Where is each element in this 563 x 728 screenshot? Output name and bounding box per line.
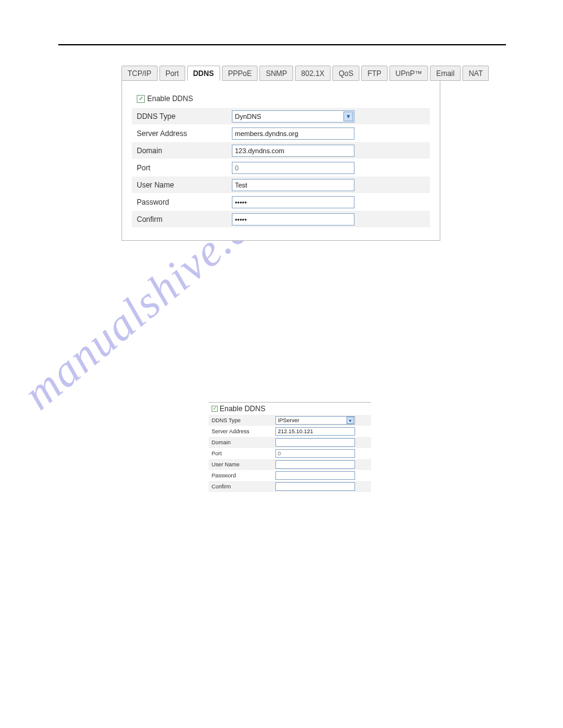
input-password-sm[interactable] — [275, 471, 355, 480]
row-user-name: User Name — [132, 176, 430, 193]
input-user-name-sm[interactable] — [275, 460, 355, 469]
label-ddns-type-sm: DDNS Type — [212, 417, 275, 423]
label-port: Port — [137, 164, 232, 172]
select-ddns-type-value: DynDNS — [235, 113, 261, 120]
tab-upnp[interactable]: UPnP™ — [389, 66, 428, 81]
input-confirm-sm[interactable] — [275, 482, 355, 491]
tab-snmp[interactable]: SNMP — [259, 66, 293, 81]
tab-ddns[interactable]: DDNS — [187, 66, 220, 81]
ddns-panel-top: TCP/IP Port DDNS PPPoE SNMP 802.1X QoS F… — [121, 66, 440, 241]
label-port-sm: Port — [212, 450, 275, 457]
label-ddns-type: DDNS Type — [137, 112, 232, 121]
row-password: Password — [132, 194, 430, 210]
label-user-name-sm: User Name — [212, 461, 275, 468]
enable-ddns-label: Enable DDNS — [147, 94, 193, 103]
row-port-sm: Port — [209, 448, 371, 459]
label-server-address-sm: Server Address — [212, 428, 275, 434]
select-ddns-type-sm[interactable]: IPServer ▼ — [275, 416, 355, 425]
tab-content: ✓ Enable DDNS DDNS Type DynDNS ▼ Server … — [121, 80, 440, 241]
row-server-address-sm: Server Address — [209, 426, 371, 437]
input-confirm[interactable] — [232, 213, 354, 226]
input-domain[interactable] — [232, 145, 354, 157]
input-user-name[interactable] — [232, 179, 354, 191]
select-ddns-type-value-sm: IPServer — [278, 417, 299, 423]
label-user-name: User Name — [137, 181, 232, 189]
enable-ddns-row-sm: ✓ Enable DDNS — [212, 404, 371, 413]
row-password-sm: Password — [209, 470, 371, 481]
label-server-address: Server Address — [137, 129, 232, 138]
tab-nat[interactable]: NAT — [462, 66, 489, 81]
row-server-address: Server Address — [132, 125, 430, 142]
row-ddns-type: DDNS Type DynDNS ▼ — [132, 108, 430, 124]
label-domain: Domain — [137, 146, 232, 155]
row-confirm-sm: Confirm — [209, 481, 371, 492]
label-confirm: Confirm — [137, 215, 232, 224]
label-password-sm: Password — [212, 472, 275, 479]
tab-tcpip[interactable]: TCP/IP — [121, 66, 158, 81]
row-confirm: Confirm — [132, 211, 430, 227]
row-domain: Domain — [132, 142, 430, 159]
input-server-address[interactable] — [232, 127, 354, 140]
select-ddns-type[interactable]: DynDNS ▼ — [232, 110, 354, 123]
tab-qos[interactable]: QoS — [332, 66, 359, 81]
row-ddns-type-sm: DDNS Type IPServer ▼ — [209, 415, 371, 426]
row-user-name-sm: User Name — [209, 459, 371, 470]
input-port[interactable] — [232, 162, 354, 174]
enable-ddns-checkbox-sm[interactable]: ✓ — [212, 406, 218, 412]
tab-ftp[interactable]: FTP — [361, 66, 388, 81]
ddns-panel-bottom: ✓ Enable DDNS DDNS Type IPServer ▼ Serve… — [209, 402, 371, 492]
label-confirm-sm: Confirm — [212, 483, 275, 490]
tab-pppoe[interactable]: PPPoE — [222, 66, 258, 81]
tab-bar: TCP/IP Port DDNS PPPoE SNMP 802.1X QoS F… — [121, 66, 440, 81]
tab-email[interactable]: Email — [430, 66, 461, 81]
enable-ddns-label-sm: Enable DDNS — [220, 404, 266, 413]
tab-8021x[interactable]: 802.1X — [295, 66, 331, 81]
chevron-down-icon: ▼ — [347, 417, 354, 424]
enable-ddns-checkbox[interactable]: ✓ — [137, 95, 145, 103]
enable-ddns-row: ✓ Enable DDNS — [137, 94, 430, 103]
tab-port[interactable]: Port — [159, 66, 185, 81]
row-domain-sm: Domain — [209, 437, 371, 448]
row-port: Port — [132, 159, 430, 176]
input-server-address-sm[interactable] — [275, 427, 355, 436]
chevron-down-icon: ▼ — [343, 112, 353, 121]
input-password[interactable] — [232, 196, 354, 208]
input-domain-sm[interactable] — [275, 438, 355, 447]
label-domain-sm: Domain — [212, 439, 275, 446]
horizontal-rule — [58, 44, 506, 45]
label-password: Password — [137, 198, 232, 207]
input-port-sm[interactable] — [275, 449, 355, 458]
